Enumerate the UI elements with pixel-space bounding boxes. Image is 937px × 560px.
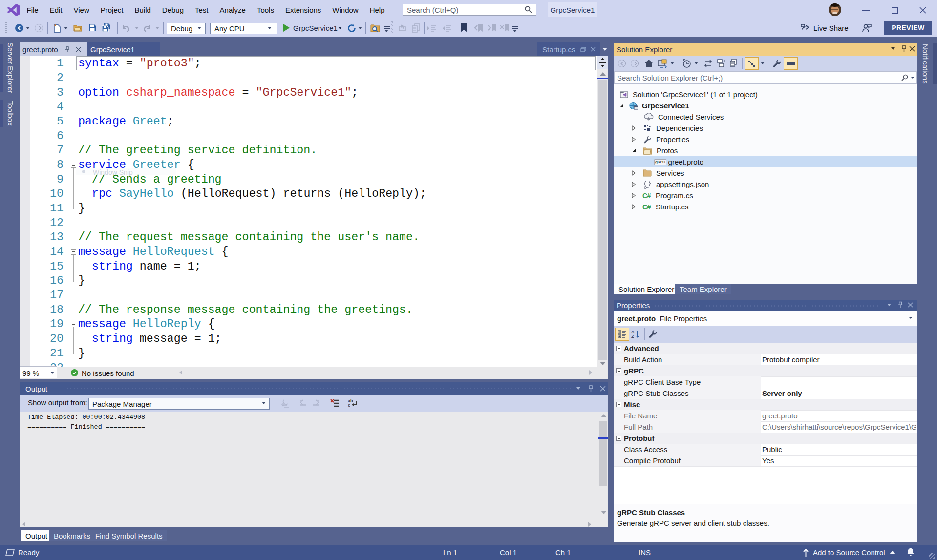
- svg-text:c: c: [348, 403, 350, 408]
- svg-text:Z: Z: [631, 334, 634, 339]
